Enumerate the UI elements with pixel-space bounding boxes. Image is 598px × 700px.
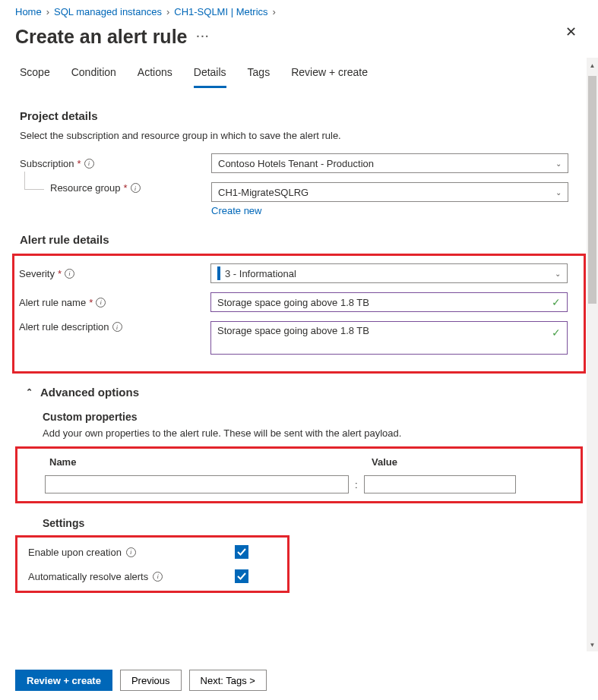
breadcrumb: Home › SQL managed instances › CH1-SQLMI… xyxy=(15,6,583,17)
tabs: Scope Condition Actions Details Tags Rev… xyxy=(20,61,578,88)
breadcrumb-sql-instances[interactable]: SQL managed instances xyxy=(54,6,162,17)
chevron-down-icon: ⌄ xyxy=(555,188,562,197)
alert-description-input[interactable]: Storage space going above 1.8 TB ✓ xyxy=(210,321,568,355)
previous-button[interactable]: Previous xyxy=(120,670,182,691)
subscription-label: Subscription * i xyxy=(20,158,211,169)
tab-details[interactable]: Details xyxy=(194,61,226,88)
project-details-heading: Project details xyxy=(20,109,578,122)
close-icon[interactable]: ✕ xyxy=(559,20,583,43)
tab-scope[interactable]: Scope xyxy=(20,61,50,88)
info-icon[interactable]: i xyxy=(153,572,163,582)
chevron-down-icon: ⌄ xyxy=(555,270,561,278)
enable-upon-creation-label: Enable upon creation i xyxy=(28,547,235,558)
chevron-right-icon: › xyxy=(273,6,276,17)
more-actions-icon[interactable]: ··· xyxy=(197,30,210,43)
tab-condition[interactable]: Condition xyxy=(71,61,116,88)
enable-upon-creation-checkbox[interactable] xyxy=(235,545,248,559)
breadcrumb-home[interactable]: Home xyxy=(15,6,42,17)
checkmark-icon xyxy=(237,547,246,557)
custom-properties-heading: Custom properties xyxy=(43,411,578,423)
page-title: Create an alert rule ··· xyxy=(15,26,210,48)
property-value-input[interactable] xyxy=(364,475,516,493)
chevron-right-icon: › xyxy=(166,6,169,17)
review-create-button[interactable]: Review + create xyxy=(15,670,112,691)
alert-description-label: Alert rule description i xyxy=(19,321,210,333)
alert-name-input[interactable]: Storage space going above 1.8 TB ✓ xyxy=(210,292,568,312)
resource-group-label: Resource group * i xyxy=(20,182,211,194)
scroll-up-icon[interactable]: ▲ xyxy=(588,61,596,70)
advanced-options-toggle[interactable]: ⌃ Advanced options xyxy=(26,386,578,399)
breadcrumb-metrics[interactable]: CH1-SQLMI | Metrics xyxy=(174,6,267,17)
severity-bar-icon xyxy=(217,266,220,280)
chevron-up-icon: ⌃ xyxy=(26,387,33,397)
info-icon[interactable]: i xyxy=(131,183,141,193)
tab-actions[interactable]: Actions xyxy=(138,61,172,88)
project-details-helper: Select the subscription and resource gro… xyxy=(20,130,578,141)
property-name-input[interactable] xyxy=(45,475,349,493)
footer-actions: Review + create Previous Next: Tags > xyxy=(15,670,267,691)
auto-resolve-checkbox[interactable] xyxy=(235,569,248,583)
scroll-down-icon[interactable]: ▼ xyxy=(588,640,596,649)
chevron-right-icon: › xyxy=(46,6,49,17)
tab-review-create[interactable]: Review + create xyxy=(291,61,368,88)
checkmark-icon xyxy=(237,572,246,581)
scrollbar-thumb[interactable] xyxy=(588,76,596,304)
next-tags-button[interactable]: Next: Tags > xyxy=(189,670,267,691)
info-icon[interactable]: i xyxy=(126,547,136,557)
alert-name-label: Alert rule name * i xyxy=(19,297,210,308)
checkmark-icon: ✓ xyxy=(552,326,561,339)
settings-heading: Settings xyxy=(43,517,578,529)
highlight-alert-details: Severity * i 3 - Informational ⌄ Alert r… xyxy=(12,254,586,374)
severity-select[interactable]: 3 - Informational ⌄ xyxy=(210,263,568,283)
info-icon[interactable]: i xyxy=(84,159,94,169)
info-icon[interactable]: i xyxy=(112,322,122,332)
checkmark-icon: ✓ xyxy=(552,296,561,308)
custom-properties-helper: Add your own properties to the alert rul… xyxy=(43,427,578,439)
highlight-settings: Enable upon creation i Automatically res… xyxy=(15,535,290,593)
highlight-custom-properties: Name Value : xyxy=(15,446,583,503)
chevron-down-icon: ⌄ xyxy=(555,159,562,168)
resource-group-select[interactable]: CH1-MigrateSQLRG ⌄ xyxy=(211,182,568,202)
create-new-link[interactable]: Create new xyxy=(211,205,261,216)
info-icon[interactable]: i xyxy=(65,269,74,279)
alert-rule-details-heading: Alert rule details xyxy=(20,233,578,246)
tab-tags[interactable]: Tags xyxy=(248,61,271,88)
severity-label: Severity * i xyxy=(19,268,210,279)
info-icon[interactable]: i xyxy=(96,298,106,307)
auto-resolve-label: Automatically resolve alerts i xyxy=(28,571,235,582)
prop-name-header: Name xyxy=(45,456,372,468)
subscription-select[interactable]: Contoso Hotels Tenant - Production ⌄ xyxy=(211,153,568,173)
prop-value-header: Value xyxy=(372,456,397,468)
